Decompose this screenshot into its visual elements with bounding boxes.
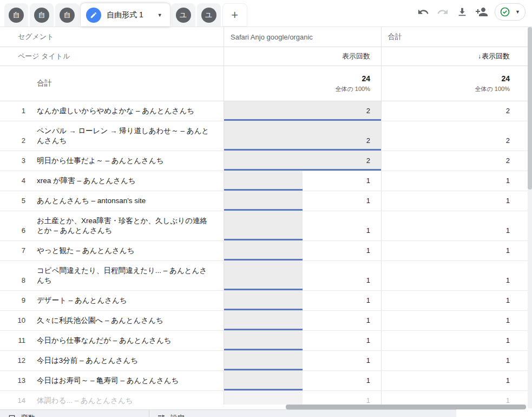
dimension-cell[interactable]: 9 デザート – あんとんさんち xyxy=(0,291,224,310)
freeform-tab-icon: 自 xyxy=(34,8,49,23)
dimension-cell[interactable]: 4 xrea が障害 – あんとんさんち xyxy=(0,171,224,191)
share-person-add-icon[interactable] xyxy=(475,5,488,18)
segment-metric-cell[interactable]: 1 xyxy=(224,351,382,370)
table-row: 1 なんか虚しいからやめよかな – あんとんさんち 2 2 xyxy=(0,101,528,121)
sorted-metric-header[interactable]: ↓ 表示回数 xyxy=(478,51,528,61)
page-title-value: コピペ間違えたり、日程間違えたり... – あんとんさんち xyxy=(37,266,213,285)
row-index: 13 xyxy=(0,376,25,386)
heatmap-bar xyxy=(224,101,381,121)
tune-icon xyxy=(157,414,166,417)
segment-metric-cell[interactable]: 2 xyxy=(224,101,382,121)
row-index: 4 xyxy=(0,176,25,186)
tab-freeform-c[interactable]: 自 xyxy=(55,3,79,27)
total-metric-cell[interactable]: 1 xyxy=(382,311,528,330)
variables-panel-label: 変数 xyxy=(21,414,35,417)
variables-panel-header[interactable]: 変数 xyxy=(0,409,149,417)
dimension-cell[interactable]: 6 お土産とか、Xrea障害・珍客とか、久しぶりの連絡とか – あんとんさんち xyxy=(0,211,224,240)
total-views-value: 2 xyxy=(506,156,510,166)
dimension-cell[interactable]: 2 ペンパル → ローレン → 帰り道しあわせ～ – あんとんさんち xyxy=(0,121,224,151)
tab-active-freeform[interactable]: 自由形式 1 ▼ xyxy=(81,3,170,27)
total-metric-cell[interactable]: 1 xyxy=(382,171,528,191)
segment-column-header[interactable]: Safari Anjo google/organic xyxy=(224,33,313,41)
total-metric-cell[interactable]: 2 xyxy=(382,121,528,151)
total-metric-cell[interactable]: 1 xyxy=(382,261,528,290)
total-metric-cell[interactable]: 2 xyxy=(382,151,528,171)
page-title-value: 久々に利兵池公園へ – あんとんさんち xyxy=(37,316,163,325)
total-metric-cell[interactable]: 1 xyxy=(382,331,528,350)
chevron-down-icon[interactable]: ▼ xyxy=(157,12,162,18)
dimension-cell[interactable]: 5 あんとんさんち – antonsan's site xyxy=(0,191,224,211)
dimension-cell[interactable]: 14 体調わる... – あんとんさんち xyxy=(0,391,224,405)
sorted-metric-label: 表示回数 xyxy=(482,51,510,61)
row-index: 3 xyxy=(0,156,25,166)
table-row: 11 今日から仕事なんだが – あんとんさんち 1 1 xyxy=(0,331,528,351)
totals-segment-cell[interactable]: 24 全体の 100% xyxy=(224,66,382,101)
sort-descending-icon: ↓ xyxy=(478,53,481,60)
table-row: 14 体調わる... – あんとんさんち 1 1 xyxy=(0,391,528,405)
tab-user-b[interactable]: ユ xyxy=(197,3,221,27)
tab-settings-panel-header[interactable]: 設定 xyxy=(149,409,456,417)
dimension-cell[interactable]: 12 今日は3分前 – あんとんさんち xyxy=(0,351,224,370)
undo-icon[interactable] xyxy=(417,5,430,18)
total-metric-cell[interactable]: 1 xyxy=(382,371,528,390)
download-icon[interactable] xyxy=(456,5,469,18)
dimension-cell[interactable]: 10 久々に利兵池公園へ – あんとんさんち xyxy=(0,311,224,330)
total-views-value: 1 xyxy=(506,316,510,325)
dimension-header-label: ページ タイトル xyxy=(0,51,70,61)
page-title-value: 今日から仕事なんだが – あんとんさんち xyxy=(37,336,172,346)
vertical-scrollbar-thumb[interactable] xyxy=(528,27,532,190)
dimension-cell[interactable]: 3 明日から仕事だよ～ – あんとんさんち xyxy=(0,151,224,171)
dimension-cell[interactable]: 7 やっと観た – あんとんさんち xyxy=(0,241,224,260)
tab-freeform-b[interactable]: 自 xyxy=(30,3,54,27)
segment-metric-cell[interactable]: 1 xyxy=(224,171,382,191)
freeform-tab-icon: 自 xyxy=(60,8,75,23)
tab-user-a[interactable]: ユ xyxy=(172,3,195,27)
add-tab-button[interactable]: + xyxy=(222,3,247,27)
dimension-cell[interactable]: 8 コピペ間違えたり、日程間違えたり... – あんとんさんち xyxy=(0,261,224,290)
horizontal-scrollbar-thumb[interactable] xyxy=(286,405,526,409)
vertical-scrollbar[interactable] xyxy=(528,27,532,408)
horizontal-scrollbar[interactable] xyxy=(286,405,526,409)
total-views-value: 2 xyxy=(506,136,510,146)
segment-metric-cell[interactable]: 1 xyxy=(224,291,382,310)
dimension-cell[interactable]: 1 なんか虚しいからやめよかな – あんとんさんち xyxy=(0,101,224,121)
segment-metric-cell[interactable]: 2 xyxy=(224,151,382,171)
total-metric-cell[interactable]: 1 xyxy=(382,351,528,370)
views-value: 1 xyxy=(366,356,370,366)
segment-metric-cell[interactable]: 1 xyxy=(224,261,382,290)
totals-total-value: 24 xyxy=(501,74,510,83)
tab-freeform-a[interactable]: 自 xyxy=(4,3,28,27)
segment-metric-cell[interactable]: 1 xyxy=(224,211,382,240)
total-views-value: 1 xyxy=(506,336,510,346)
data-quality-button[interactable]: ▼ xyxy=(495,3,526,21)
segment-row-label: セグメント xyxy=(0,32,54,42)
metric-header[interactable]: 表示回数 xyxy=(342,51,381,61)
total-metric-cell[interactable]: 2 xyxy=(382,101,528,121)
dimension-cell[interactable]: 13 今日はお寿司～ – 亀寿司 – あんとんさんち xyxy=(0,371,224,390)
table-row: 7 やっと観た – あんとんさんち 1 1 xyxy=(0,241,528,261)
segment-metric-cell[interactable]: 1 xyxy=(224,371,382,390)
total-metric-cell[interactable]: 1 xyxy=(382,211,528,240)
totals-column-header[interactable]: 合計 xyxy=(382,32,402,42)
dimension-cell[interactable]: 11 今日から仕事なんだが – あんとんさんち xyxy=(0,331,224,350)
page-title-value: あんとんさんち – antonsan's site xyxy=(37,196,146,206)
total-metric-cell[interactable]: 1 xyxy=(382,391,528,405)
segment-metric-cell[interactable]: 1 xyxy=(224,391,382,405)
total-metric-cell[interactable]: 1 xyxy=(382,291,528,310)
total-metric-cell[interactable]: 1 xyxy=(382,241,528,260)
tab-bar: 自 自 自 自由形式 1 ▼ ユ ユ + xyxy=(0,0,532,27)
segment-metric-cell[interactable]: 1 xyxy=(224,311,382,330)
segment-metric-cell[interactable]: 1 xyxy=(224,331,382,350)
table-row: 5 あんとんさんち – antonsan's site 1 1 xyxy=(0,191,528,211)
views-value: 1 xyxy=(366,396,370,405)
segment-metric-cell[interactable]: 1 xyxy=(224,191,382,211)
totals-total-cell[interactable]: 24 全体の 100% xyxy=(382,66,528,101)
page-title-value: やっと観た – あんとんさんち xyxy=(37,246,135,256)
totals-segment-percent: 全体の 100% xyxy=(336,85,370,93)
total-views-value: 1 xyxy=(506,246,510,256)
heatmap-bar xyxy=(224,121,381,151)
heatmap-bar xyxy=(224,391,303,405)
segment-metric-cell[interactable]: 1 xyxy=(224,241,382,260)
total-metric-cell[interactable]: 1 xyxy=(382,191,528,211)
segment-metric-cell[interactable]: 2 xyxy=(224,121,382,151)
